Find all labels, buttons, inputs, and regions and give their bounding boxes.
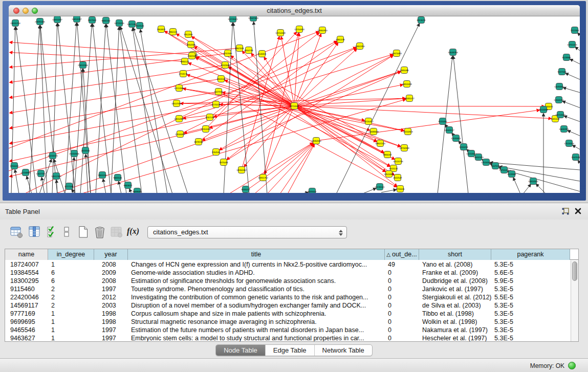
- graph-edge-black[interactable]: [73, 158, 74, 193]
- table-cell[interactable]: 19384554: [5, 269, 48, 277]
- graph-edge-red[interactable]: [294, 43, 338, 106]
- table-cell[interactable]: 1: [48, 334, 94, 342]
- network-graph[interactable]: 1872400719384554224200462718176122135891…: [9, 16, 580, 193]
- table-cell[interactable]: 5.3E-5: [491, 334, 570, 342]
- scrollbar-thumb[interactable]: [572, 261, 577, 281]
- table-cell[interactable]: Estimation of the future numbers of pati…: [128, 326, 385, 334]
- table-cell[interactable]: 9463627: [5, 334, 48, 342]
- graph-edge-black[interactable]: [362, 188, 376, 193]
- graph-edge-black[interactable]: [536, 184, 546, 193]
- column-header-pagerank[interactable]: pagerank: [491, 249, 570, 260]
- show-columns-icon[interactable]: [29, 226, 42, 239]
- table-cell[interactable]: 2008: [94, 260, 128, 269]
- graph-edge-red[interactable]: [161, 29, 385, 172]
- function-builder-icon[interactable]: f(x): [127, 227, 139, 240]
- graph-edge-red[interactable]: [188, 63, 294, 106]
- graph-edge-black[interactable]: [523, 184, 531, 193]
- graph-edge-black[interactable]: [40, 26, 47, 193]
- table-cell[interactable]: Embryonic stem cells: a model to study s…: [128, 334, 385, 342]
- graph-edge-red[interactable]: [220, 104, 294, 106]
- graph-edge-black[interactable]: [119, 182, 121, 193]
- memory-indicator-icon[interactable]: [568, 362, 576, 369]
- table-cell[interactable]: 49: [385, 260, 419, 269]
- table-scrollbar[interactable]: [571, 260, 578, 341]
- table-cell[interactable]: 2: [48, 285, 94, 293]
- table-cell[interactable]: 1997: [94, 285, 128, 293]
- delete-rows-icon[interactable]: [94, 226, 106, 239]
- table-cell[interactable]: 1997: [94, 326, 128, 334]
- graph-edge-red[interactable]: [165, 31, 294, 106]
- column-header-title[interactable]: title: [128, 249, 385, 260]
- table-cell[interactable]: 2: [48, 293, 94, 301]
- table-cell[interactable]: 2012: [94, 293, 128, 301]
- graph-edge-red[interactable]: [220, 106, 294, 150]
- table-cell[interactable]: 1: [48, 326, 94, 334]
- graph-edge-black[interactable]: [120, 27, 142, 193]
- table-cell[interactable]: de Silva et al. (2003): [419, 301, 491, 310]
- table-cell[interactable]: 1: [48, 318, 94, 326]
- table-cell[interactable]: Structural magnetic resonance image aver…: [128, 318, 385, 326]
- row-height-icon[interactable]: [63, 226, 71, 239]
- table-cell[interactable]: Tibbo et al. (1998): [419, 310, 491, 318]
- table-cell[interactable]: 5.3E-5: [491, 318, 570, 326]
- column-header-year[interactable]: year: [94, 249, 128, 260]
- table-row[interactable]: 946554611997Estimation of the future num…: [5, 326, 570, 334]
- table-row[interactable]: 977716911998Corpus callosum shape and si…: [5, 310, 570, 318]
- graph-edge-red[interactable]: [10, 117, 210, 161]
- graph-edge-red[interactable]: [294, 106, 551, 119]
- table-cell[interactable]: Changes of HCN gene expression and I(f) …: [128, 260, 385, 269]
- table-row[interactable]: 911546021997Tourette syndrome. Phenomeno…: [5, 285, 570, 293]
- table-cell[interactable]: Nakamura et al. (1997): [419, 326, 491, 334]
- table-row[interactable]: 1456911722003Disruption of a novel membe…: [5, 301, 570, 310]
- table-row[interactable]: 946362711997Embryonic stem cells: a mode…: [5, 334, 570, 342]
- graph-edge-red[interactable]: [267, 144, 314, 193]
- graph-edge-black[interactable]: [336, 24, 419, 193]
- graph-edge-black[interactable]: [254, 22, 267, 193]
- column-header-in_degree[interactable]: in_degree: [48, 249, 94, 260]
- table-settings-icon[interactable]: [10, 226, 24, 239]
- table-cell[interactable]: 5.3E-5: [491, 285, 570, 293]
- graph-edge-red[interactable]: [10, 42, 193, 55]
- select-rows-icon[interactable]: [47, 226, 58, 239]
- graph-edge-black[interactable]: [140, 30, 167, 193]
- table-cell[interactable]: 9465546: [5, 326, 48, 334]
- table-cell[interactable]: 0: [385, 301, 419, 310]
- table-cell[interactable]: 14569117: [5, 301, 48, 310]
- table-cell[interactable]: Disruption of a novel member of a sodium…: [128, 301, 385, 310]
- graph-edge-red[interactable]: [254, 143, 313, 193]
- table-row[interactable]: 969969511998Structural magnetic resonanc…: [5, 318, 570, 326]
- graph-edge-black[interactable]: [96, 25, 106, 193]
- graph-edge-black[interactable]: [573, 145, 580, 150]
- table-cell[interactable]: 0: [385, 334, 419, 342]
- table-cell[interactable]: 2009: [94, 269, 128, 277]
- table-cell[interactable]: 18300295: [5, 277, 48, 285]
- graph-edge-black[interactable]: [563, 87, 580, 93]
- table-cell[interactable]: 2: [48, 301, 94, 310]
- close-panel-icon[interactable]: [574, 207, 582, 215]
- table-cell[interactable]: 1997: [94, 334, 128, 342]
- table-cell[interactable]: 5.9E-5: [491, 277, 570, 285]
- table-row[interactable]: 1938455462009Genome-wide association stu…: [5, 269, 570, 277]
- graph-edge-black[interactable]: [80, 24, 92, 193]
- graph-edge-black[interactable]: [508, 171, 580, 191]
- graph-edge-black[interactable]: [570, 59, 580, 65]
- graph-edge-black[interactable]: [578, 33, 580, 37]
- table-cell[interactable]: 2003: [94, 301, 128, 310]
- graph-edge-red[interactable]: [80, 99, 405, 193]
- table-cell[interactable]: Yano et al. (2008): [419, 260, 491, 269]
- table-cell[interactable]: Hescheler et al. (1997): [419, 334, 491, 342]
- table-cell[interactable]: 0: [385, 285, 419, 293]
- table-cell[interactable]: 5.3E-5: [491, 260, 570, 269]
- graph-edge-black[interactable]: [29, 26, 40, 193]
- network-select[interactable]: citations_edges.txt: [147, 226, 347, 238]
- table-cell[interactable]: Stergiakouli et al. (2012): [419, 293, 491, 301]
- table-cell[interactable]: 5.3E-5: [491, 301, 570, 310]
- graph-edge-black[interactable]: [453, 56, 468, 193]
- graph-edge-black[interactable]: [564, 116, 580, 122]
- table-cell[interactable]: 1: [48, 260, 94, 269]
- graph-edge-red[interactable]: [294, 85, 403, 106]
- table-cell[interactable]: Corpus callosum shape and size in male p…: [128, 310, 385, 318]
- table-row[interactable]: 2242004622012Investigating the contribut…: [5, 293, 570, 301]
- table-cell[interactable]: 0: [385, 310, 419, 318]
- table-cell[interactable]: 6: [48, 277, 94, 285]
